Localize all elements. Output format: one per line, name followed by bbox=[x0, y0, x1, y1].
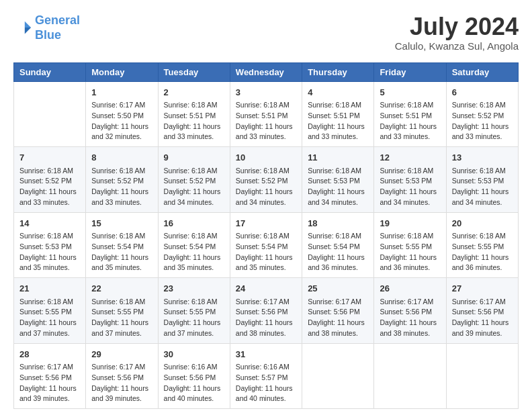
calendar-cell: 1Sunrise: 6:17 AM Sunset: 5:50 PM Daylig… bbox=[86, 81, 158, 147]
day-number: 19 bbox=[380, 217, 440, 230]
day-number: 29 bbox=[91, 348, 152, 361]
month-year: July 2024 bbox=[395, 13, 519, 40]
calendar-cell: 13Sunrise: 6:18 AM Sunset: 5:53 PM Dayli… bbox=[446, 147, 518, 213]
calendar-week-row: 21Sunrise: 6:18 AM Sunset: 5:55 PM Dayli… bbox=[14, 278, 519, 344]
day-number: 24 bbox=[236, 282, 296, 295]
weekday-header: Monday bbox=[86, 62, 158, 81]
cell-info: Sunrise: 6:18 AM Sunset: 5:55 PM Dayligh… bbox=[380, 231, 440, 273]
page-header: General Blue July 2024 Calulo, Kwanza Su… bbox=[13, 13, 519, 52]
day-number: 18 bbox=[308, 217, 368, 230]
calendar-cell: 8Sunrise: 6:18 AM Sunset: 5:52 PM Daylig… bbox=[86, 147, 158, 213]
cell-info: Sunrise: 6:18 AM Sunset: 5:54 PM Dayligh… bbox=[164, 231, 224, 273]
cell-info: Sunrise: 6:18 AM Sunset: 5:54 PM Dayligh… bbox=[236, 231, 296, 273]
calendar-cell: 23Sunrise: 6:18 AM Sunset: 5:55 PM Dayli… bbox=[158, 278, 230, 344]
cell-info: Sunrise: 6:17 AM Sunset: 5:56 PM Dayligh… bbox=[308, 297, 368, 339]
cell-info: Sunrise: 6:18 AM Sunset: 5:53 PM Dayligh… bbox=[308, 166, 368, 208]
day-number: 28 bbox=[19, 348, 80, 361]
day-number: 13 bbox=[452, 151, 513, 165]
cell-info: Sunrise: 6:18 AM Sunset: 5:52 PM Dayligh… bbox=[19, 166, 80, 208]
day-number: 21 bbox=[19, 282, 80, 295]
calendar-cell: 14Sunrise: 6:18 AM Sunset: 5:53 PM Dayli… bbox=[14, 212, 86, 278]
day-number: 31 bbox=[236, 348, 296, 361]
weekday-header: Wednesday bbox=[230, 62, 302, 81]
calendar-cell: 28Sunrise: 6:17 AM Sunset: 5:56 PM Dayli… bbox=[14, 343, 86, 409]
calendar-cell: 12Sunrise: 6:18 AM Sunset: 5:53 PM Dayli… bbox=[374, 147, 446, 213]
weekday-header: Saturday bbox=[446, 62, 518, 81]
day-number: 30 bbox=[164, 348, 224, 361]
cell-info: Sunrise: 6:17 AM Sunset: 5:56 PM Dayligh… bbox=[19, 362, 80, 404]
cell-info: Sunrise: 6:18 AM Sunset: 5:51 PM Dayligh… bbox=[236, 100, 296, 142]
cell-info: Sunrise: 6:18 AM Sunset: 5:53 PM Dayligh… bbox=[452, 166, 513, 208]
cell-info: Sunrise: 6:18 AM Sunset: 5:55 PM Dayligh… bbox=[164, 297, 224, 339]
cell-info: Sunrise: 6:18 AM Sunset: 5:52 PM Dayligh… bbox=[164, 166, 224, 208]
logo-text: General Blue bbox=[35, 13, 80, 42]
calendar-cell: 26Sunrise: 6:17 AM Sunset: 5:56 PM Dayli… bbox=[374, 278, 446, 344]
day-number: 2 bbox=[164, 86, 224, 99]
weekday-header: Tuesday bbox=[158, 62, 230, 81]
calendar-cell: 25Sunrise: 6:17 AM Sunset: 5:56 PM Dayli… bbox=[302, 278, 374, 344]
cell-info: Sunrise: 6:17 AM Sunset: 5:56 PM Dayligh… bbox=[236, 297, 296, 339]
day-number: 20 bbox=[452, 217, 513, 230]
cell-info: Sunrise: 6:18 AM Sunset: 5:55 PM Dayligh… bbox=[91, 297, 152, 339]
calendar-cell bbox=[14, 81, 86, 147]
calendar-cell: 19Sunrise: 6:18 AM Sunset: 5:55 PM Dayli… bbox=[374, 212, 446, 278]
calendar-cell: 16Sunrise: 6:18 AM Sunset: 5:54 PM Dayli… bbox=[158, 212, 230, 278]
day-number: 7 bbox=[19, 151, 80, 165]
cell-info: Sunrise: 6:18 AM Sunset: 5:55 PM Dayligh… bbox=[19, 297, 80, 339]
day-number: 1 bbox=[91, 86, 152, 99]
calendar-week-row: 28Sunrise: 6:17 AM Sunset: 5:56 PM Dayli… bbox=[14, 343, 519, 409]
logo: General Blue bbox=[13, 13, 80, 42]
day-number: 4 bbox=[308, 86, 368, 99]
calendar-week-row: 7Sunrise: 6:18 AM Sunset: 5:52 PM Daylig… bbox=[14, 147, 519, 213]
day-number: 6 bbox=[452, 86, 513, 99]
title-block: July 2024 Calulo, Kwanza Sul, Angola bbox=[395, 13, 519, 52]
day-number: 26 bbox=[380, 282, 440, 295]
calendar-cell: 18Sunrise: 6:18 AM Sunset: 5:54 PM Dayli… bbox=[302, 212, 374, 278]
day-number: 14 bbox=[19, 217, 80, 230]
weekday-header: Friday bbox=[374, 62, 446, 81]
calendar-cell: 20Sunrise: 6:18 AM Sunset: 5:55 PM Dayli… bbox=[446, 212, 518, 278]
svg-marker-0 bbox=[25, 21, 31, 27]
day-number: 8 bbox=[91, 151, 152, 165]
calendar-week-row: 1Sunrise: 6:17 AM Sunset: 5:50 PM Daylig… bbox=[14, 81, 519, 147]
day-number: 16 bbox=[164, 217, 224, 230]
day-number: 17 bbox=[236, 217, 296, 230]
logo-line1: General bbox=[35, 13, 80, 27]
cell-info: Sunrise: 6:18 AM Sunset: 5:52 PM Dayligh… bbox=[452, 100, 513, 142]
day-number: 5 bbox=[380, 86, 440, 99]
calendar-cell: 15Sunrise: 6:18 AM Sunset: 5:54 PM Dayli… bbox=[86, 212, 158, 278]
calendar-cell: 27Sunrise: 6:17 AM Sunset: 5:56 PM Dayli… bbox=[446, 278, 518, 344]
cell-info: Sunrise: 6:17 AM Sunset: 5:56 PM Dayligh… bbox=[380, 297, 440, 339]
cell-info: Sunrise: 6:17 AM Sunset: 5:50 PM Dayligh… bbox=[91, 100, 152, 142]
cell-info: Sunrise: 6:18 AM Sunset: 5:51 PM Dayligh… bbox=[164, 100, 224, 142]
day-number: 9 bbox=[164, 151, 224, 165]
cell-info: Sunrise: 6:18 AM Sunset: 5:52 PM Dayligh… bbox=[236, 166, 296, 208]
svg-marker-1 bbox=[25, 28, 31, 34]
cell-info: Sunrise: 6:18 AM Sunset: 5:54 PM Dayligh… bbox=[308, 231, 368, 273]
day-number: 27 bbox=[452, 282, 513, 295]
calendar-cell: 24Sunrise: 6:17 AM Sunset: 5:56 PM Dayli… bbox=[230, 278, 302, 344]
calendar-cell: 3Sunrise: 6:18 AM Sunset: 5:51 PM Daylig… bbox=[230, 81, 302, 147]
calendar-cell: 22Sunrise: 6:18 AM Sunset: 5:55 PM Dayli… bbox=[86, 278, 158, 344]
calendar-cell: 9Sunrise: 6:18 AM Sunset: 5:52 PM Daylig… bbox=[158, 147, 230, 213]
logo-icon bbox=[13, 19, 32, 38]
day-number: 11 bbox=[308, 151, 368, 165]
logo-line2: Blue bbox=[35, 28, 61, 42]
cell-info: Sunrise: 6:18 AM Sunset: 5:51 PM Dayligh… bbox=[380, 100, 440, 142]
day-number: 10 bbox=[236, 151, 296, 165]
location: Calulo, Kwanza Sul, Angola bbox=[395, 40, 519, 52]
calendar-cell: 29Sunrise: 6:17 AM Sunset: 5:56 PM Dayli… bbox=[86, 343, 158, 409]
cell-info: Sunrise: 6:18 AM Sunset: 5:54 PM Dayligh… bbox=[91, 231, 152, 273]
calendar-cell: 5Sunrise: 6:18 AM Sunset: 5:51 PM Daylig… bbox=[374, 81, 446, 147]
cell-info: Sunrise: 6:18 AM Sunset: 5:52 PM Dayligh… bbox=[91, 166, 152, 208]
calendar-cell bbox=[302, 343, 374, 409]
calendar-cell: 2Sunrise: 6:18 AM Sunset: 5:51 PM Daylig… bbox=[158, 81, 230, 147]
weekday-header: Sunday bbox=[14, 62, 86, 81]
header-row: SundayMondayTuesdayWednesdayThursdayFrid… bbox=[14, 62, 519, 81]
calendar-week-row: 14Sunrise: 6:18 AM Sunset: 5:53 PM Dayli… bbox=[14, 212, 519, 278]
cell-info: Sunrise: 6:16 AM Sunset: 5:56 PM Dayligh… bbox=[164, 362, 224, 404]
cell-info: Sunrise: 6:18 AM Sunset: 5:53 PM Dayligh… bbox=[380, 166, 440, 208]
day-number: 12 bbox=[380, 151, 440, 165]
cell-info: Sunrise: 6:18 AM Sunset: 5:51 PM Dayligh… bbox=[308, 100, 368, 142]
calendar-cell: 21Sunrise: 6:18 AM Sunset: 5:55 PM Dayli… bbox=[14, 278, 86, 344]
